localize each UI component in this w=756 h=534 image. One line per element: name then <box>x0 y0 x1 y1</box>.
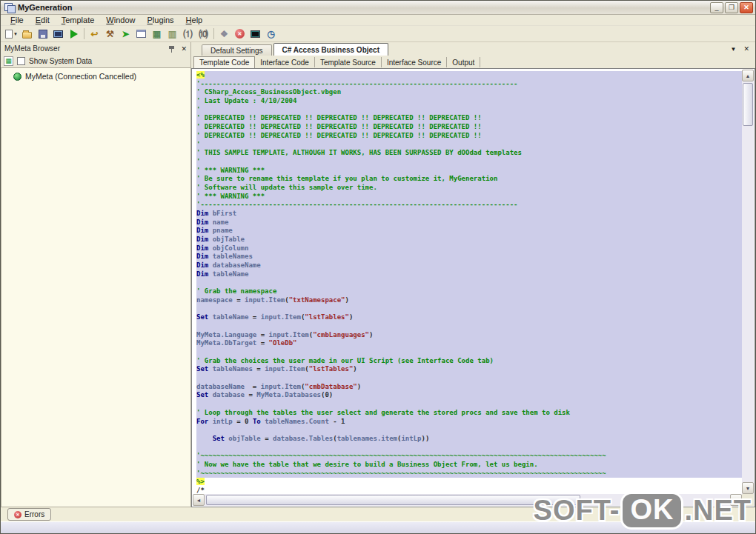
code-line: /* <box>196 487 742 494</box>
menu-bar: FileEditTemplateWindowPluginsHelp <box>1 15 755 26</box>
code-line: Dim tableName <box>196 270 742 279</box>
menu-window[interactable]: Window <box>100 16 141 24</box>
save-icon[interactable] <box>35 27 50 41</box>
template-code[interactable]: <%'-------------------------------------… <box>193 70 742 494</box>
plugin-icon[interactable]: ❖ <box>216 27 232 41</box>
tile-vertical-icon[interactable]: ▥ <box>165 27 180 41</box>
form-designer-icon[interactable] <box>133 27 149 41</box>
menu-template[interactable]: Template <box>56 16 101 24</box>
panel-options-row: ▦ Show System Data <box>1 55 190 67</box>
vertical-scrollbar[interactable]: ▲ ▼ <box>742 70 754 494</box>
mymeta-browser-panel: MyMeta Browser ✕ ▦ Show System Data MyMe… <box>1 42 191 507</box>
revert-icon[interactable]: ↩ <box>87 27 102 41</box>
code-line: ' <box>196 106 742 115</box>
code-line: ' <box>196 141 742 150</box>
restore-button[interactable]: ❐ <box>725 2 738 13</box>
code-line: For intLp = 0 To tableNames.Count - 1 <box>196 418 742 427</box>
code-editor[interactable]: <%'-------------------------------------… <box>191 68 755 507</box>
info-0-icon[interactable]: ⑽ <box>196 27 211 41</box>
errors-tab-label: Errors <box>24 510 44 518</box>
code-line: Dim pname <box>196 227 742 236</box>
code-line: ' *** WARNING *** <box>196 167 742 176</box>
app-icon <box>4 3 14 12</box>
code-line: databaseName = input.Item("cmbDatabase") <box>196 383 742 392</box>
show-system-data-label: Show System Data <box>29 57 92 65</box>
build-tools-icon[interactable]: ⚒ <box>102 27 118 41</box>
scroll-down-icon[interactable]: ▼ <box>742 482 754 494</box>
tab-list-dropdown-icon[interactable]: ▼ <box>731 46 737 53</box>
window-title: MyGeneration <box>18 3 709 12</box>
errors-tab[interactable]: ✕ Errors <box>7 508 51 521</box>
code-line: Dim objColumn <box>196 244 742 253</box>
execute-script-icon[interactable]: ➤ <box>118 27 133 41</box>
toolbar-separator <box>213 28 214 39</box>
code-line: Set objTable = database.Tables(tablename… <box>196 435 742 444</box>
system-data-icon: ▦ <box>4 56 13 66</box>
auto-hide-pin-icon[interactable] <box>168 45 175 53</box>
panel-header: MyMeta Browser ✕ <box>1 42 190 55</box>
run-template-icon[interactable] <box>66 27 82 41</box>
watermark-left: SOFT- <box>534 495 620 527</box>
open-folder-icon[interactable] <box>19 27 35 41</box>
editor-tab-output[interactable]: Output <box>447 57 480 67</box>
code-line: Dim databaseName <box>196 261 742 270</box>
close-document-icon[interactable]: ✕ <box>743 45 749 53</box>
info-1-icon[interactable]: ⑴ <box>180 27 196 41</box>
code-line: Dim objTable <box>196 236 742 244</box>
code-line: '~~~~~~~~~~~~~~~~~~~~~~~~~~~~~~~~~~~~~~~… <box>196 452 742 461</box>
code-line: ' CSharp_Access_BusinessObject.vbgen <box>196 88 742 97</box>
tile-horizontal-icon[interactable]: ▦ <box>149 27 165 41</box>
scroll-left-icon[interactable]: ◄ <box>193 494 205 506</box>
code-line: ' Now we have the table that we desire t… <box>196 461 742 470</box>
doc-tab-default-settings[interactable]: Default Settings <box>202 44 272 56</box>
watermark-right: .NET <box>684 495 752 527</box>
editor-tab-interface-source[interactable]: Interface Source <box>382 57 447 67</box>
stop-icon[interactable]: ✕ <box>232 27 248 41</box>
minimize-button[interactable]: _ <box>710 2 723 13</box>
code-line <box>196 374 742 383</box>
mymeta-tree: MyMeta (Connection Cancelled) <box>1 67 190 507</box>
code-line: Set tableName = input.Item("lstTables") <box>196 313 742 322</box>
code-line: Dim tableNames <box>196 253 742 261</box>
menu-help[interactable]: Help <box>180 16 209 24</box>
show-system-data-checkbox[interactable] <box>17 57 25 65</box>
code-line: '~~~~~~~~~~~~~~~~~~~~~~~~~~~~~~~~~~~~~~~… <box>196 470 742 478</box>
menu-edit[interactable]: Edit <box>30 16 56 24</box>
code-line: %> <box>196 478 742 487</box>
menu-plugins[interactable]: Plugins <box>142 16 180 24</box>
tree-item-label: MyMeta (Connection Cancelled) <box>25 72 136 81</box>
main-area: MyMeta Browser ✕ ▦ Show System Data MyMe… <box>1 42 755 507</box>
close-panel-icon[interactable]: ✕ <box>181 45 187 53</box>
code-line <box>196 348 742 357</box>
code-line: ' Software will update this sample over … <box>196 184 742 193</box>
code-line: ' Grab the namespace <box>196 287 742 296</box>
code-line <box>196 279 742 288</box>
code-line: ' Be sure to rename this template if you… <box>196 175 742 184</box>
code-line <box>196 400 742 409</box>
scroll-up-icon[interactable]: ▲ <box>742 70 754 81</box>
code-line: ' Loop through the tables the user selec… <box>196 409 742 418</box>
code-line: Set database = MyMeta.Databases(0) <box>196 391 742 400</box>
close-button[interactable]: ✕ <box>740 2 753 13</box>
title-bar: MyGeneration _ ❐ ✕ <box>1 1 755 15</box>
editor-tab-interface-code[interactable]: Interface Code <box>255 57 315 67</box>
monitor-icon[interactable] <box>248 27 263 41</box>
code-line: MyMeta.Language = input.Item("cmbLanguag… <box>196 331 742 340</box>
code-line: '---------------------------------------… <box>196 80 742 89</box>
code-line: Set tableNames = input.Item("lstTables") <box>196 365 742 374</box>
editor-tab-template-code[interactable]: Template Code <box>193 56 255 68</box>
console-icon[interactable] <box>50 27 66 41</box>
database-icon <box>13 73 21 81</box>
doc-tab-c-access-business-object[interactable]: C# Access Business Object <box>273 43 388 56</box>
menu-file[interactable]: File <box>4 16 30 24</box>
clock-icon[interactable]: ◷ <box>263 27 279 41</box>
new-file-icon[interactable]: ▼ <box>4 27 19 41</box>
editor-tabstrip: Template CodeInterface CodeTemplate Sour… <box>191 56 755 68</box>
vertical-scroll-thumb[interactable] <box>743 83 753 126</box>
document-area: Default SettingsC# Access Business Objec… <box>191 42 755 507</box>
code-line <box>196 444 742 453</box>
editor-tab-template-source[interactable]: Template Source <box>315 57 382 67</box>
horizontal-scroll-thumb[interactable] <box>206 495 580 505</box>
tree-item-mymeta[interactable]: MyMeta (Connection Cancelled) <box>1 71 190 81</box>
code-line: ' Grab the choices the user made in our … <box>196 357 742 366</box>
